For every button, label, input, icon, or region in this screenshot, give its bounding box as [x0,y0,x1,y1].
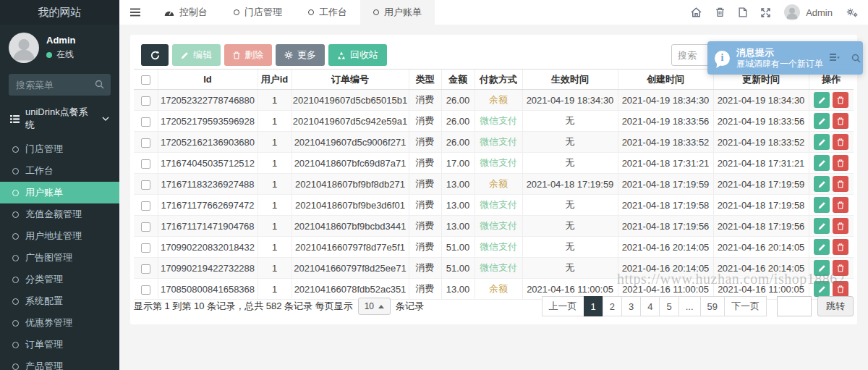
row-edit-button[interactable] [814,134,830,150]
row-checkbox[interactable] [141,117,150,127]
col-order-no[interactable]: 订单编号 [292,70,409,90]
cell-payment: 微信支付 [475,258,522,279]
row-checkbox[interactable] [141,243,150,253]
row-delete-button[interactable] [833,155,848,171]
circle-icon [12,342,19,348]
page-number-button[interactable]: 4 [640,296,660,316]
col-amount[interactable]: 金额 [441,70,475,90]
sidebar-item[interactable]: 门店管理 [0,138,119,160]
edit-button[interactable]: 编辑 [172,44,221,66]
nav-tab[interactable]: 用户账单 [360,0,435,25]
sidebar-item[interactable]: 优惠券管理 [0,312,119,334]
row-checkbox[interactable] [141,96,150,106]
row-checkbox[interactable] [141,222,150,232]
row-edit-button[interactable] [814,92,830,108]
row-delete-button[interactable] [833,260,848,276]
row-edit-button[interactable] [814,218,830,234]
row-delete-button[interactable] [833,218,848,234]
row-checkbox[interactable] [141,159,150,169]
page-number-button[interactable]: 59 [700,296,725,316]
page-number-button[interactable]: ... [678,296,701,316]
cell-type: 消费 [409,153,441,174]
sidebar-item[interactable]: 产品管理 [0,356,119,370]
sidebar-item[interactable]: 订单管理 [0,334,119,356]
sidebar-item[interactable]: 用户地址管理 [0,225,119,247]
row-edit-button[interactable] [814,281,830,297]
delete-button[interactable]: 删除 [224,44,272,66]
sidebar-item[interactable]: 分类管理 [0,269,119,290]
search-toggle-icon[interactable] [851,54,861,63]
row-edit-button[interactable] [814,176,830,192]
row-delete-button[interactable] [833,176,848,192]
row-checkbox[interactable] [141,285,150,295]
row-checkbox[interactable] [141,201,150,211]
cell-payment: 微信支付 [475,195,522,216]
sidebar-item[interactable]: 系统配置 [0,290,119,312]
nav-tab[interactable]: 工作台 [295,0,360,25]
col-payment[interactable]: 付款方式 [475,70,522,90]
sidebar-item[interactable]: 广告图管理 [0,247,119,269]
row-edit-button[interactable] [814,197,830,213]
cell-created-time: 2021-04-19 18:33:52 [618,132,713,153]
more-button[interactable]: 更多 [276,44,325,66]
col-id[interactable]: Id [158,70,258,90]
cell-created-time: 2021-04-18 17:19:58 [618,195,713,216]
search-icon[interactable] [95,80,104,89]
col-user-id[interactable]: 用户id [258,70,292,90]
page-size-dropdown[interactable]: 10 [358,298,391,315]
row-edit-button[interactable] [814,155,830,171]
page-number-button[interactable]: 3 [621,296,641,316]
row-delete-button[interactable] [833,92,848,108]
nav-tab[interactable]: 控制台 [151,0,221,25]
cell-user-id: 1 [258,216,292,237]
circle-icon [12,320,19,327]
col-type[interactable]: 类型 [409,70,441,90]
sidebar-item[interactable]: 用户账单 [0,182,119,203]
navbar-right: Admin [691,0,868,25]
nav-tab[interactable]: 门店管理 [221,0,295,25]
row-delete-button[interactable] [833,281,848,297]
page-jump-button[interactable]: 跳转 [817,296,854,316]
row-checkbox[interactable] [141,264,150,274]
row-delete-button[interactable] [833,197,848,213]
row-edit-button[interactable] [814,239,830,255]
row-edit-button[interactable] [814,260,830,276]
columns-dropdown-icon[interactable] [830,54,840,62]
table-row: 171674045035712512 1 20210418607bfc69d87… [134,153,854,174]
cell-updated-time: 2021-04-18 17:19:56 [713,216,809,237]
page-jump-input[interactable] [777,296,812,316]
row-checkbox[interactable] [141,180,150,190]
select-all-checkbox[interactable] [141,75,150,85]
hamburger-menu-icon[interactable] [119,0,151,25]
next-page-button[interactable]: 下一页 [724,296,767,316]
prev-page-button[interactable]: 上一页 [542,296,584,316]
col-effective-time[interactable]: 生效时间 [522,70,618,90]
trash-icon[interactable] [715,7,725,17]
cogs-icon[interactable] [846,8,858,17]
cell-effective-time: 2021-04-19 18:34:30 [522,90,618,111]
col-created-time[interactable]: 创建时间 [618,70,713,90]
page-number-button[interactable]: 1 [584,296,603,316]
trash-icon [233,51,240,59]
file-icon[interactable] [739,7,747,17]
row-edit-button[interactable] [814,113,830,129]
cell-created-time: 2021-04-19 18:33:56 [618,111,713,132]
refresh-button[interactable] [141,44,169,66]
toast-notification[interactable]: i 消息提示 雁城酒肆有一个新订单 [707,41,863,75]
navbar-user[interactable]: Admin [784,4,833,20]
sidebar-item[interactable]: 充值金额管理 [0,203,119,225]
sidebar-item[interactable]: 工作台 [0,160,119,182]
cell-order-no: 20210418607bfc69d87a71 [292,153,409,174]
page-number-button[interactable]: 2 [603,296,622,316]
sidebar-group-unidrink[interactable]: uniDrink点餐系统 [0,96,119,138]
recycle-bin-button[interactable]: 回收站 [328,44,387,66]
home-icon[interactable] [691,7,702,17]
fullscreen-icon[interactable] [761,8,770,17]
row-delete-button[interactable] [833,134,848,150]
app-title[interactable]: 我的网站 [0,0,119,25]
row-delete-button[interactable] [833,239,848,255]
row-checkbox[interactable] [141,138,150,148]
page-number-button[interactable]: 5 [659,296,678,316]
user-status: 在线 [46,49,75,61]
row-delete-button[interactable] [833,113,848,129]
